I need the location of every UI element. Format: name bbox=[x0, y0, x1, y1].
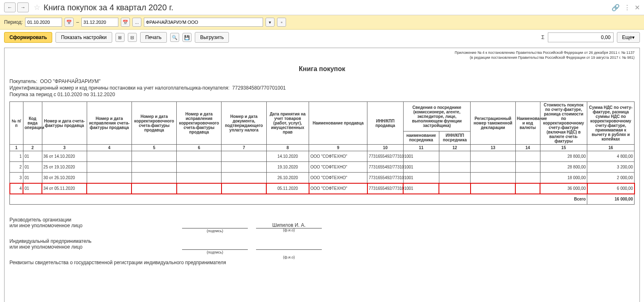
toolbar: Сформировать Показать настройки ⊞ ⊟ Печа… bbox=[0, 30, 644, 45]
period-bar: Период: 📅 – 📅 ... ▾ ▫ bbox=[0, 15, 644, 30]
colnum: 14 bbox=[515, 145, 540, 151]
sig-ip-sign-line: (подпись) bbox=[182, 249, 248, 250]
report-area: Приложение № 4 к постановлению Правитель… bbox=[4, 48, 640, 302]
col-3-header: Номер и дата счета-фактуры продавца bbox=[42, 102, 87, 145]
colnum: 15 bbox=[540, 145, 587, 151]
buyer-line: Покупатель: ООО "ФРАНЧАЙЗАРИУМ" bbox=[9, 78, 635, 84]
col-10-header: ИНН/КПП продавца bbox=[367, 102, 403, 145]
colnum: 9 bbox=[309, 145, 367, 151]
sig-req: Реквизиты свидетельства о государственно… bbox=[9, 260, 635, 265]
period-label: Период: bbox=[4, 19, 23, 25]
date-from-input[interactable] bbox=[25, 18, 62, 27]
collapse-icon[interactable]: ⊟ bbox=[128, 33, 137, 42]
col-11-header: наименование посредника bbox=[403, 131, 439, 144]
org-open-icon[interactable]: ▫ bbox=[277, 18, 286, 27]
col-13-header: Регистрационный номер таможенной деклара… bbox=[471, 102, 515, 145]
back-button[interactable]: ← bbox=[4, 2, 16, 12]
close-icon[interactable]: ✕ bbox=[635, 4, 640, 12]
sig-ip-name: (ф.и.о) bbox=[256, 249, 322, 250]
generate-button[interactable]: Сформировать bbox=[4, 32, 52, 43]
col-6-header: Номер и дата исправления корректировочно… bbox=[177, 102, 222, 145]
annotation-2: (в редакции постановления Правительства … bbox=[9, 55, 635, 60]
report-title: Книга покупок bbox=[9, 65, 635, 73]
col-16-header: Сумма НДС по счету-фактуре, разница сумм… bbox=[587, 102, 635, 145]
org-dropdown-icon[interactable]: ▾ bbox=[265, 18, 275, 27]
annotation-1: Приложение № 4 к постановлению Правитель… bbox=[9, 51, 635, 55]
col-4-header: Номер и дата исправления счета-фактуры п… bbox=[87, 102, 132, 145]
forward-button[interactable]: → bbox=[17, 2, 29, 12]
col-7-header: Номер и дата документа, подтверждающего … bbox=[222, 102, 266, 145]
period-line: Покупка за период с 01.10.2020 по 31.12.… bbox=[9, 92, 635, 97]
total-value: 16 000,00 bbox=[587, 194, 635, 205]
col-14-header: Наименование и код валюты bbox=[515, 102, 540, 145]
sig-head1: Руководитель организации bbox=[9, 217, 174, 223]
preview-icon[interactable]: 🔍 bbox=[170, 33, 179, 42]
sum-input[interactable] bbox=[548, 32, 614, 42]
date-to-input[interactable] bbox=[81, 18, 118, 27]
organization-input[interactable] bbox=[144, 18, 263, 27]
calendar-to-icon[interactable]: 📅 bbox=[121, 18, 130, 27]
save-icon[interactable]: 💾 bbox=[182, 33, 192, 42]
period-select-button[interactable]: ... bbox=[132, 18, 141, 27]
colnum: 4 bbox=[87, 145, 132, 151]
link-icon[interactable]: 🔗 bbox=[612, 4, 620, 12]
col-9-header: Наименование продавца bbox=[309, 102, 367, 145]
export-button[interactable]: Выгрузить bbox=[195, 32, 229, 43]
colnum: 12 bbox=[439, 145, 470, 151]
favorite-star-icon[interactable]: ☆ bbox=[34, 3, 40, 12]
sig-head2: или иное уполномоченное лицо bbox=[9, 223, 174, 228]
col-11-12-header: Сведения о посреднике (комиссионере, аге… bbox=[403, 102, 471, 131]
period-separator: – bbox=[76, 19, 79, 25]
inn-line: Идентификационный номер и код причины по… bbox=[9, 85, 635, 91]
colnum: 16 bbox=[587, 145, 635, 151]
table-row[interactable]: 40134 от 05.11.202005.11.2020ООО "СОФТЕХ… bbox=[10, 183, 635, 194]
settings-button[interactable]: Показать настройки bbox=[55, 32, 112, 43]
colnum: 11 bbox=[403, 145, 439, 151]
col-12-header: ИНН/КПП посредника bbox=[439, 131, 470, 144]
sig-ip1: Индивидуальный предприниматель bbox=[9, 238, 174, 244]
colnum: 2 bbox=[23, 145, 42, 151]
table-row[interactable]: 10136 от 14.10.202014.10.2020ООО "СОФТЕХ… bbox=[10, 151, 635, 162]
sigma-label: Σ bbox=[541, 35, 544, 40]
page-title: Книга покупок за 4 квартал 2020 г. bbox=[44, 3, 173, 12]
more-button[interactable]: Еще ▾ bbox=[617, 32, 640, 43]
total-label: Всего bbox=[10, 194, 587, 205]
colnum: 10 bbox=[367, 145, 403, 151]
colnum: 6 bbox=[177, 145, 222, 151]
calendar-from-icon[interactable]: 📅 bbox=[65, 18, 74, 27]
col-1-header: № п/п bbox=[10, 102, 23, 145]
colnum: 5 bbox=[132, 145, 176, 151]
sig-sign-line: (подпись) bbox=[182, 228, 248, 228]
signature-area: Руководитель организации или иное уполно… bbox=[9, 217, 635, 265]
expand-icon[interactable]: ⊞ bbox=[115, 33, 125, 42]
table-header: № п/п Код вида операции Номер и дата сче… bbox=[10, 102, 635, 151]
colnum: 13 bbox=[471, 145, 515, 151]
colnum: 7 bbox=[222, 145, 266, 151]
table-row[interactable]: 20125 от 19.10.202019.10.2020ООО "СОФТЕХ… bbox=[10, 162, 635, 173]
colnum: 8 bbox=[266, 145, 309, 151]
print-button[interactable]: Печать bbox=[140, 32, 167, 43]
table-row[interactable]: 30130 от 26.10.202026.10.2020ООО "СОФТЕХ… bbox=[10, 173, 635, 183]
sig-ip2: или иное уполномоченное лицо bbox=[9, 244, 174, 250]
col-2-header: Код вида операции bbox=[23, 102, 42, 145]
col-15-header: Стоимость покупок по счету-фактуре, разн… bbox=[540, 102, 587, 145]
colnum: 1 bbox=[10, 145, 23, 151]
titlebar: ← → ☆ Книга покупок за 4 квартал 2020 г.… bbox=[0, 0, 644, 15]
col-8-header: Дата принятия на учет товаров (работ, ус… bbox=[266, 102, 309, 145]
sig-name: Шипилов И. А.(ф.и.о) bbox=[256, 222, 322, 228]
purchases-table: № п/п Код вида операции Номер и дата сче… bbox=[9, 101, 635, 205]
more-icon[interactable]: ⋮ bbox=[624, 4, 630, 12]
colnum: 3 bbox=[42, 145, 87, 151]
col-5-header: Номер и дата корректировочного счета-фак… bbox=[132, 102, 176, 145]
